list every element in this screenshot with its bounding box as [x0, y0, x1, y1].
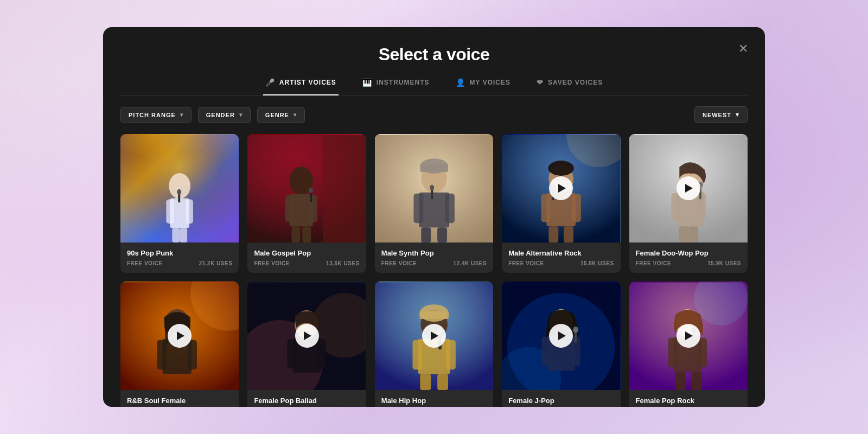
svg-point-92 [573, 327, 578, 333]
svg-rect-99 [698, 338, 707, 368]
svg-rect-89 [542, 337, 551, 367]
voice-card[interactable]: Female J-Pop FREE VOICE 9.8K USES [502, 282, 620, 407]
svg-rect-5 [172, 228, 180, 242]
play-button[interactable] [676, 176, 700, 200]
svg-rect-17 [303, 226, 311, 242]
tab-instruments[interactable]: 🎹 INSTRUMENTS [360, 78, 432, 95]
voice-image [629, 282, 748, 390]
modal-header: Select a voice ✕ 🎤 ARTIST VOICES 🎹 INSTR… [103, 27, 765, 95]
tab-saved-voices[interactable]: ❤ SAVED VOICES [534, 78, 605, 95]
svg-rect-11 [323, 135, 366, 242]
svg-rect-26 [413, 194, 423, 224]
svg-rect-76 [419, 311, 449, 319]
voice-uses: 12.4K USES [453, 260, 487, 266]
svg-rect-27 [445, 194, 455, 224]
voice-image [502, 282, 620, 390]
play-button[interactable] [676, 324, 700, 348]
svg-rect-30 [431, 189, 433, 200]
voice-card[interactable]: Male Gospel Pop FREE VOICE 13.6K USES [247, 134, 366, 273]
voices-grid: 90s Pop Punk FREE VOICE 21.2K USES [120, 134, 748, 407]
voice-name: Male Synth Pop [381, 249, 487, 257]
play-button[interactable] [549, 176, 573, 200]
voice-name: R&B Soul Female [127, 397, 232, 405]
svg-point-19 [309, 188, 314, 193]
voice-card[interactable]: Female Doo-Wop Pop FREE VOICE 15.9K USES [629, 134, 748, 273]
voice-type: FREE VOICE [254, 260, 290, 266]
svg-rect-4 [186, 200, 193, 224]
svg-rect-68 [288, 339, 297, 369]
voice-info: Male Hip Hop FREE VOICE 22.7K USES [375, 390, 493, 407]
play-icon [685, 331, 693, 340]
voice-meta: FREE VOICE 21.2K USES [127, 260, 232, 266]
pitch-range-filter[interactable]: PITCH RANGE ▾ [120, 107, 192, 123]
modal-title: Select a voice [120, 44, 748, 65]
voices-content: 90s Pop Punk FREE VOICE 21.2K USES [103, 134, 765, 407]
tab-artist-voices[interactable]: 🎤 ARTIST VOICES [263, 78, 339, 95]
svg-rect-25 [419, 193, 449, 228]
voice-info: Male Synth Pop FREE VOICE 12.4K USES [375, 242, 493, 273]
svg-rect-100 [675, 372, 685, 390]
voice-meta: FREE VOICE 15.9K USES [636, 260, 741, 266]
svg-rect-14 [285, 195, 294, 222]
voice-card[interactable]: Male Hip Hop FREE VOICE 22.7K USES [375, 282, 493, 407]
voice-uses: 13.6K USES [326, 260, 360, 266]
voice-name: Male Alternative Rock [508, 249, 614, 257]
voice-image [247, 282, 366, 390]
voice-image [375, 134, 493, 242]
svg-rect-38 [541, 194, 551, 222]
voice-image [120, 282, 239, 390]
voice-card[interactable]: Male Synth Pop FREE VOICE 12.4K USES [375, 134, 493, 273]
tabs-nav: 🎤 ARTIST VOICES 🎹 INSTRUMENTS 👤 MY VOICE… [120, 78, 748, 95]
voice-card[interactable]: Female Pop Rock FREE VOICE 14.2K USES [629, 282, 748, 407]
genre-filter[interactable]: GENRE ▾ [257, 107, 305, 123]
gender-filter[interactable]: GENDER ▾ [198, 107, 251, 123]
voice-type: FREE VOICE [508, 260, 544, 266]
svg-rect-16 [292, 226, 301, 242]
svg-rect-69 [317, 339, 326, 369]
svg-rect-80 [420, 374, 431, 390]
svg-point-31 [430, 185, 434, 190]
voice-type: FREE VOICE [636, 260, 672, 266]
voice-image [375, 282, 493, 390]
voice-meta: FREE VOICE 13.6K USES [254, 260, 359, 266]
svg-rect-59 [157, 340, 167, 370]
voice-uses: 15.9K USES [707, 260, 741, 266]
svg-rect-48 [671, 193, 680, 220]
close-button[interactable]: ✕ [735, 40, 752, 58]
voice-card[interactable]: 90s Pop Punk FREE VOICE 21.2K USES [120, 134, 239, 273]
svg-rect-51 [688, 226, 698, 242]
svg-rect-41 [564, 226, 573, 242]
svg-rect-79 [446, 340, 456, 370]
person-icon: 👤 [456, 78, 465, 87]
select-voice-modal: Select a voice ✕ 🎤 ARTIST VOICES 🎹 INSTR… [103, 27, 765, 407]
voice-card[interactable]: Female Pop Ballad FREE VOICE 11.3K USES [247, 282, 366, 407]
svg-rect-101 [692, 372, 701, 390]
voice-name: Female Pop Rock [636, 397, 741, 405]
svg-rect-50 [679, 226, 688, 242]
play-button[interactable] [549, 324, 573, 348]
piano-icon: 🎹 [362, 78, 372, 87]
voice-type: FREE VOICE [127, 260, 163, 266]
play-button[interactable] [168, 324, 192, 348]
voice-uses: 15.8K USES [580, 260, 614, 266]
filters-left: PITCH RANGE ▾ GENDER ▾ GENRE ▾ [120, 107, 305, 123]
sort-button[interactable]: NEWEST ▾ [694, 106, 748, 123]
voice-name: Female Pop Ballad [254, 397, 359, 405]
play-icon [304, 331, 311, 340]
tab-my-voices[interactable]: 👤 MY VOICES [454, 78, 513, 95]
voice-card[interactable]: Male Alternative Rock FREE VOICE 15.8K U… [502, 134, 620, 273]
voice-image [502, 134, 620, 242]
filters-row: PITCH RANGE ▾ GENDER ▾ GENRE ▾ NEWEST ▾ [103, 95, 765, 134]
play-button[interactable] [422, 324, 446, 348]
voice-card[interactable]: R&B Soul Female FREE VOICE 18.1K USES [120, 282, 239, 407]
voice-info: Male Alternative Rock FREE VOICE 15.8K U… [502, 242, 620, 273]
chevron-down-icon: ▾ [736, 111, 739, 118]
voice-name: Female Doo-Wop Pop [636, 249, 741, 257]
play-icon [558, 331, 566, 340]
play-icon [431, 331, 438, 340]
voice-name: Male Hip Hop [381, 397, 487, 405]
play-button[interactable] [295, 324, 319, 348]
svg-rect-78 [412, 340, 422, 370]
voice-uses: 21.2K USES [199, 260, 233, 266]
voice-info: Female Pop Ballad FREE VOICE 11.3K USES [247, 390, 366, 407]
